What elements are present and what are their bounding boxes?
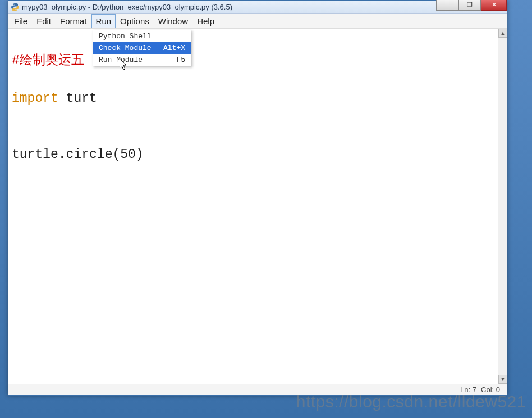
code-import-keyword: import: [12, 91, 58, 106]
menu-edit[interactable]: Edit: [32, 14, 56, 28]
menu-item-shortcut: Alt+X: [163, 44, 185, 52]
code-editor[interactable]: #绘制奥运五 import turt turtle.circle(50) Pyt…: [8, 29, 507, 384]
window-title: mypy03_olympic.py - D:/python_exec/mypy0…: [22, 3, 232, 11]
menu-item-python-shell[interactable]: Python Shell: [93, 30, 191, 42]
menu-item-label: Run Module: [99, 56, 143, 64]
menu-item-run-module[interactable]: Run Module F5: [93, 54, 191, 66]
menu-item-check-module[interactable]: Check Module Alt+X: [93, 42, 191, 54]
menu-run[interactable]: Run: [91, 14, 116, 28]
menu-item-shortcut: F5: [176, 56, 185, 64]
close-button[interactable]: ✕: [481, 0, 507, 11]
vertical-scrollbar[interactable]: ▲ ▼: [498, 29, 507, 384]
menu-item-label: Python Shell: [99, 32, 152, 40]
run-menu-dropdown: Python Shell Check Module Alt+X Run Modu…: [93, 30, 191, 66]
window-controls: — ❐ ✕: [436, 0, 507, 11]
scroll-up-button[interactable]: ▲: [498, 29, 507, 38]
watermark-text: https://blog.csdn.net/lldew521: [296, 392, 526, 411]
menu-bar: File Edit Format Run Options Window Help: [8, 14, 507, 29]
code-import-rest: turt: [58, 91, 97, 106]
title-bar[interactable]: mypy03_olympic.py - D:/python_exec/mypy0…: [8, 1, 507, 14]
menu-help[interactable]: Help: [192, 14, 219, 28]
menu-item-label: Check Module: [99, 44, 152, 52]
menu-file[interactable]: File: [10, 14, 32, 28]
idle-window: mypy03_olympic.py - D:/python_exec/mypy0…: [8, 0, 507, 396]
menu-format[interactable]: Format: [56, 14, 91, 28]
minimize-button[interactable]: —: [436, 0, 458, 11]
maximize-button[interactable]: ❐: [458, 0, 481, 11]
code-statement: turtle.circle(50): [12, 147, 144, 162]
python-icon: [11, 3, 20, 12]
menu-window[interactable]: Window: [154, 14, 192, 28]
menu-options[interactable]: Options: [116, 14, 154, 28]
code-comment-line: #绘制奥运五: [12, 53, 84, 68]
scroll-down-button[interactable]: ▼: [498, 375, 507, 384]
